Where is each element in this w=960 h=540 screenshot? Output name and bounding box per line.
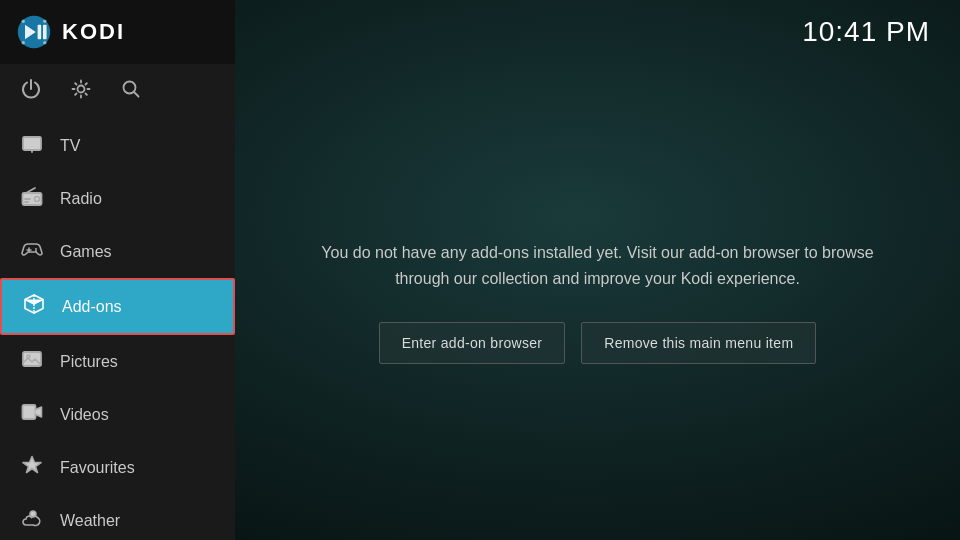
sidebar-item-addons-label: Add-ons bbox=[62, 298, 122, 316]
svg-point-8 bbox=[78, 86, 85, 93]
remove-menu-item-button[interactable]: Remove this main menu item bbox=[581, 322, 816, 364]
sidebar-item-tv[interactable]: TV bbox=[0, 119, 235, 172]
svg-point-7 bbox=[43, 41, 47, 45]
main-content: 10:41 PM You do not have any add-ons ins… bbox=[235, 0, 960, 540]
sidebar-item-addons[interactable]: Add-ons bbox=[0, 278, 235, 335]
svg-point-14 bbox=[35, 250, 37, 252]
videos-icon bbox=[20, 401, 44, 428]
radio-icon bbox=[20, 185, 44, 212]
weather-icon bbox=[20, 507, 44, 534]
sidebar-item-favourites[interactable]: Favourites bbox=[0, 441, 235, 494]
sidebar-item-pictures[interactable]: Pictures bbox=[0, 335, 235, 388]
svg-point-5 bbox=[43, 19, 47, 23]
svg-rect-2 bbox=[38, 25, 42, 39]
sidebar-item-games-label: Games bbox=[60, 243, 112, 261]
sidebar-item-radio-label: Radio bbox=[60, 190, 102, 208]
sidebar: KODI bbox=[0, 0, 235, 540]
svg-rect-17 bbox=[23, 405, 36, 419]
sidebar-item-tv-label: TV bbox=[60, 137, 80, 155]
sidebar-top-icons bbox=[0, 64, 235, 119]
settings-icon[interactable] bbox=[70, 78, 92, 105]
clock: 10:41 PM bbox=[802, 16, 930, 48]
search-icon[interactable] bbox=[120, 78, 142, 105]
sidebar-item-videos[interactable]: Videos bbox=[0, 388, 235, 441]
pictures-icon bbox=[20, 348, 44, 375]
games-icon bbox=[20, 238, 44, 265]
sidebar-item-radio[interactable]: Radio bbox=[0, 172, 235, 225]
sidebar-item-favourites-label: Favourites bbox=[60, 459, 135, 477]
sidebar-item-pictures-label: Pictures bbox=[60, 353, 118, 371]
top-bar: 10:41 PM bbox=[235, 0, 960, 64]
svg-rect-10 bbox=[23, 137, 41, 150]
svg-point-6 bbox=[21, 41, 25, 45]
tv-icon bbox=[20, 132, 44, 159]
sidebar-item-games[interactable]: Games bbox=[0, 225, 235, 278]
app-container: KODI bbox=[0, 0, 960, 540]
sidebar-item-weather[interactable]: Weather bbox=[0, 494, 235, 540]
sidebar-item-videos-label: Videos bbox=[60, 406, 109, 424]
content-message: You do not have any add-ons installed ye… bbox=[308, 240, 888, 291]
sidebar-nav: TV Radio bbox=[0, 119, 235, 540]
power-icon[interactable] bbox=[20, 78, 42, 105]
addons-icon bbox=[22, 293, 46, 320]
svg-point-12 bbox=[35, 197, 40, 202]
kodi-logo bbox=[16, 14, 52, 50]
app-title: KODI bbox=[62, 19, 125, 45]
enter-addon-browser-button[interactable]: Enter add-on browser bbox=[379, 322, 566, 364]
content-area: You do not have any add-ons installed ye… bbox=[235, 64, 960, 540]
svg-rect-3 bbox=[43, 25, 47, 39]
sidebar-item-weather-label: Weather bbox=[60, 512, 120, 530]
svg-point-4 bbox=[21, 19, 25, 23]
favourites-icon bbox=[20, 454, 44, 481]
sidebar-header: KODI bbox=[0, 0, 235, 64]
content-buttons: Enter add-on browser Remove this main me… bbox=[379, 322, 817, 364]
svg-point-13 bbox=[35, 248, 37, 250]
